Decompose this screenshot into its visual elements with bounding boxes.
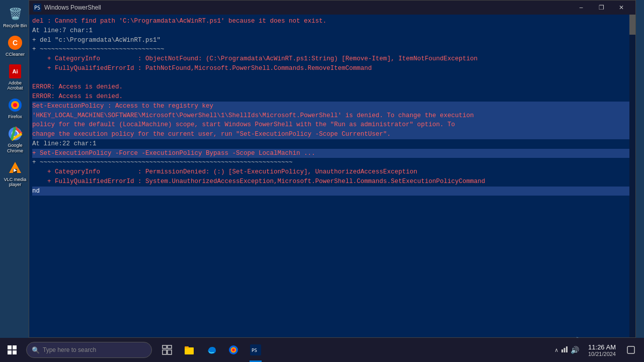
recycle-bin-label: Recycle Bin <box>2 23 28 29</box>
terminal-line <box>32 73 632 83</box>
chrome-label: Google Chrome <box>2 143 28 154</box>
taskbar-app-firefox[interactable] <box>222 338 245 362</box>
svg-rect-21 <box>168 345 172 348</box>
window-controls: – ❐ ✕ <box>571 1 631 15</box>
terminal-line: + CategoryInfo : PermissionDenied: (:) [… <box>32 167 632 177</box>
terminal-line: At line:22 char:1 <box>32 139 632 149</box>
svg-rect-16 <box>8 345 12 349</box>
scrollbar[interactable] <box>629 15 635 337</box>
tray-chevron-icon[interactable]: ∧ <box>554 347 558 353</box>
taskbar-search[interactable]: 🔍 Type here to search <box>26 342 152 358</box>
terminal-line: + Set-ExecutionPolicy -Force -ExecutionP… <box>32 149 632 158</box>
restore-button[interactable]: ❐ <box>591 1 611 15</box>
search-placeholder: Type here to search <box>43 346 96 353</box>
taskbar-apps: PS <box>156 338 267 362</box>
firefox-label: Firefox <box>2 114 28 120</box>
terminal-line: 'HKEY_LOCAL_MACHINE\SOFTWARE\Microsoft\P… <box>32 111 632 121</box>
desktop-icon-acrobat[interactable]: Ai Adobe Acrobat <box>1 61 29 94</box>
start-button[interactable] <box>0 338 24 362</box>
svg-rect-33 <box>566 346 568 352</box>
powershell-window: PS Windows PowerShell – ❐ ✕ del : Cannot… <box>29 0 636 338</box>
terminal-line: Set-ExecutionPolicy : Access to the regi… <box>32 102 632 111</box>
svg-rect-31 <box>561 349 563 352</box>
terminal-line: At line:7 char:1 <box>32 26 632 36</box>
terminal-line: + ~~~~~~~~~~~~~~~~~~~~~~~~~~~~~~~~~ <box>32 45 632 54</box>
terminal-line: policy for the default (LocalMachine) sc… <box>32 120 632 130</box>
svg-rect-23 <box>168 350 172 354</box>
desktop-icon-chrome[interactable]: Google Chrome <box>1 124 29 156</box>
svg-point-28 <box>232 349 235 351</box>
system-clock[interactable]: 11:26 AM 10/21/2024 <box>584 338 620 362</box>
acrobat-icon: Ai <box>7 63 23 79</box>
window-title: Windows PowerShell <box>44 4 571 11</box>
svg-rect-24 <box>185 347 194 354</box>
desktop-icon-area: 🗑️ Recycle Bin C CCleaner Ai Adobe Acrob… <box>0 0 30 337</box>
system-tray[interactable]: ∧ 🔊 <box>551 345 582 355</box>
svg-rect-20 <box>163 345 167 348</box>
terminal-line: change the execution policy for the curr… <box>32 130 632 139</box>
volume-icon[interactable]: 🔊 <box>571 346 579 354</box>
chrome-icon <box>7 126 23 142</box>
ccleaner-label: CCleaner <box>2 52 28 57</box>
svg-rect-22 <box>163 350 167 354</box>
powershell-icon: PS <box>33 4 41 12</box>
desktop: 🗑️ Recycle Bin C CCleaner Ai Adobe Acrob… <box>0 0 644 362</box>
clock-time: 11:26 AM <box>588 343 616 351</box>
terminal-line: + del "c:\Programdata\AcWinRT.ps1" <box>32 36 632 45</box>
svg-text:▶: ▶ <box>14 168 17 172</box>
powershell-titlebar: PS Windows PowerShell – ❐ ✕ <box>29 1 635 15</box>
ccleaner-icon: C <box>7 35 23 51</box>
terminal-line: ERROR: Access is denied. <box>32 82 632 92</box>
svg-rect-17 <box>13 345 17 349</box>
taskbar: 🔍 Type here to search <box>0 338 644 362</box>
svg-rect-32 <box>564 348 565 352</box>
search-icon: 🔍 <box>32 346 40 354</box>
clock-date: 10/21/2024 <box>588 351 616 357</box>
svg-point-6 <box>13 103 17 107</box>
minimize-button[interactable]: – <box>571 1 591 15</box>
svg-rect-34 <box>627 346 634 353</box>
svg-text:PS: PS <box>252 348 257 353</box>
terminal-line: del : Cannot find path 'C:\Programdata\A… <box>32 17 632 26</box>
svg-text:Ai: Ai <box>13 68 18 74</box>
scrollbar-thumb[interactable] <box>629 15 635 35</box>
desktop-icon-recycle-bin[interactable]: 🗑️ Recycle Bin <box>1 4 29 31</box>
taskbar-app-powershell[interactable]: PS <box>245 338 267 362</box>
terminal-line: + ~~~~~~~~~~~~~~~~~~~~~~~~~~~~~~~~~~~~~~… <box>32 158 632 167</box>
desktop-icon-ccleaner[interactable]: C CCleaner <box>1 33 29 59</box>
desktop-icon-firefox[interactable]: Firefox <box>1 95 29 122</box>
close-button[interactable]: ✕ <box>611 1 631 15</box>
terminal-line: nd <box>32 187 632 196</box>
terminal-line: + FullyQualifiedErrorId : PathNotFound,M… <box>32 64 632 73</box>
taskbar-app-taskview[interactable] <box>156 338 178 362</box>
terminal-line: + CategoryInfo : ObjectNotFound: (C:\Pro… <box>32 54 632 64</box>
vlc-label: VLC media player <box>2 177 28 188</box>
recycle-bin-icon: 🗑️ <box>7 6 23 22</box>
terminal-output: del : Cannot find path 'C:\Programdata\A… <box>29 15 635 337</box>
taskbar-app-edge[interactable] <box>200 338 222 362</box>
terminal-line: ERROR: Access is denied. <box>32 92 632 102</box>
svg-text:C: C <box>13 39 18 47</box>
notification-button[interactable] <box>622 338 640 362</box>
network-icon[interactable] <box>560 345 569 355</box>
vlc-icon: ▶ <box>7 160 23 176</box>
svg-rect-18 <box>8 350 12 354</box>
firefox-icon <box>7 97 23 113</box>
svg-text:PS: PS <box>34 5 40 11</box>
terminal-line: + FullyQualifiedErrorId : System.Unautho… <box>32 177 632 187</box>
svg-rect-25 <box>185 346 189 348</box>
svg-rect-19 <box>13 350 17 354</box>
taskbar-right: ∧ 🔊 11:26 AM 10/21/2024 <box>551 338 644 362</box>
acrobat-label: Adobe Acrobat <box>2 80 28 92</box>
taskbar-app-explorer[interactable] <box>178 338 200 362</box>
desktop-icon-vlc[interactable]: ▶ VLC media player <box>1 158 29 190</box>
